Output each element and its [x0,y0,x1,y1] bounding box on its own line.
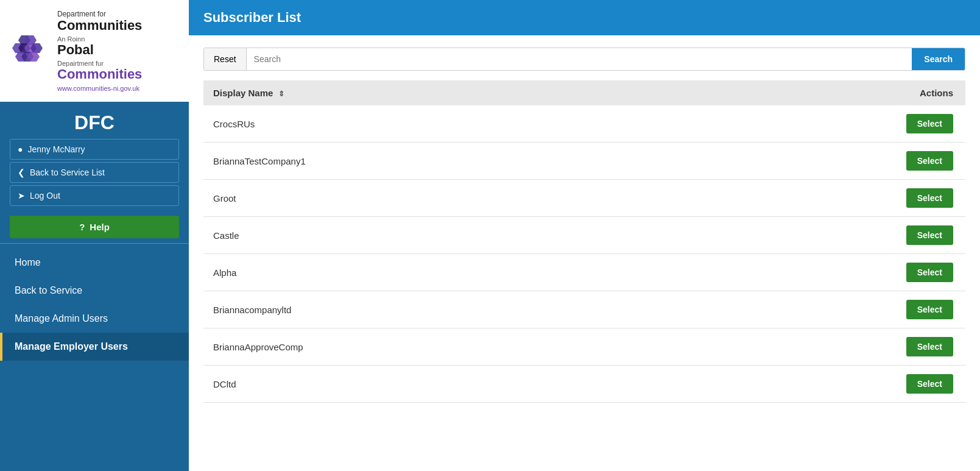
page-title: Subscriber List [203,10,301,25]
actions-cell: Select [675,180,965,217]
actions-cell: Select [675,217,965,254]
subscriber-table: Display Name ⇕ Actions CrocsRUsSelectBri… [203,80,965,403]
sidebar-item-manage-employer-users[interactable]: Manage Employer Users [0,333,189,361]
commonities-label: Commonities [57,67,142,82]
log-out-label: Log Out [30,191,60,200]
actions-cell: Select [675,366,965,403]
main-content: Subscriber List Reset Search Display Nam… [189,0,980,471]
select-button[interactable]: Select [906,263,953,282]
col-display-name-label: Display Name [213,88,273,98]
question-icon: ? [79,222,85,232]
actions-cell: Select [675,143,965,180]
actions-cell: Select [675,254,965,291]
select-button[interactable]: Select [906,151,953,171]
table-header-row: Display Name ⇕ Actions [203,80,965,105]
subscriber-name-cell: Groot [203,180,675,217]
subscriber-name-cell: Briannacompanyltd [203,291,675,328]
logo-area: Department for Communities An Roinn Poba… [0,0,189,102]
table-row: BriannacompanyltdSelect [203,291,965,328]
select-button[interactable]: Select [906,225,953,245]
select-button[interactable]: Select [906,300,953,319]
pobal-label: Pobal [57,43,142,57]
subscriber-name-cell: Alpha [203,254,675,291]
back-to-service-list-label: Back to Service List [30,168,105,177]
subscriber-name-cell: BriannaApproveComp [203,328,675,366]
subscriber-name-cell: DCltd [203,366,675,403]
sidebar-item-back-to-service[interactable]: Back to Service [0,277,189,305]
table-body: CrocsRUsSelectBriannaTestCompany1SelectG… [203,105,965,403]
reset-button[interactable]: Reset [204,48,247,70]
org-name-en: Communities [57,18,142,33]
dept-for-label: Department for [57,10,142,18]
subscriber-name-cell: BriannaTestCompany1 [203,143,675,180]
log-out-button[interactable]: ➤ Log Out [10,185,179,206]
table-row: DCltdSelect [203,366,965,403]
subscriber-name-cell: CrocsRUs [203,105,675,143]
search-button[interactable]: Search [912,48,965,70]
user-section: ● Jenny McNarry ❮ Back to Service List ➤… [0,139,189,211]
help-label: Help [90,222,110,232]
sidebar: Department for Communities An Roinn Poba… [0,0,189,471]
user-button[interactable]: ● Jenny McNarry [10,139,179,160]
actions-cell: Select [675,291,965,328]
select-button[interactable]: Select [906,374,953,394]
user-name-label: Jenny McNarry [27,144,85,154]
actions-cell: Select [675,328,965,366]
user-icon: ● [18,144,23,154]
website-label: www.communities-ni.gov.uk [57,85,142,92]
table-row: CrocsRUsSelect [203,105,965,143]
sidebar-nav: Home Back to Service Manage Admin Users … [0,249,189,361]
table-row: CastleSelect [203,217,965,254]
logout-icon: ➤ [18,191,25,200]
table-row: AlphaSelect [203,254,965,291]
logo-icon [12,32,49,69]
actions-cell: Select [675,105,965,143]
logo-text-block: Department for Communities An Roinn Poba… [57,10,142,92]
search-bar: Reset Search [203,48,965,71]
content-area: Reset Search Display Name ⇕ Actions Croc… [189,35,980,471]
chevron-left-icon: ❮ [18,168,25,177]
table-row: BriannaTestCompany1Select [203,143,965,180]
sort-icon[interactable]: ⇕ [278,90,284,98]
table-row: GrootSelect [203,180,965,217]
select-button[interactable]: Select [906,114,953,133]
app-label: DFC [0,102,189,139]
page-header: Subscriber List [189,0,980,35]
search-input[interactable] [247,48,912,70]
table-row: BriannaApproveCompSelect [203,328,965,366]
sidebar-item-home[interactable]: Home [0,249,189,277]
table-header: Display Name ⇕ Actions [203,80,965,105]
subscriber-name-cell: Castle [203,217,675,254]
select-button[interactable]: Select [906,188,953,208]
col-actions: Actions [675,80,965,105]
sidebar-divider [0,243,189,244]
sidebar-item-manage-admin-users[interactable]: Manage Admin Users [0,305,189,333]
select-button[interactable]: Select [906,337,953,356]
back-to-service-list-button[interactable]: ❮ Back to Service List [10,162,179,183]
col-display-name: Display Name ⇕ [203,80,675,105]
help-button[interactable]: ? Help [10,216,179,238]
